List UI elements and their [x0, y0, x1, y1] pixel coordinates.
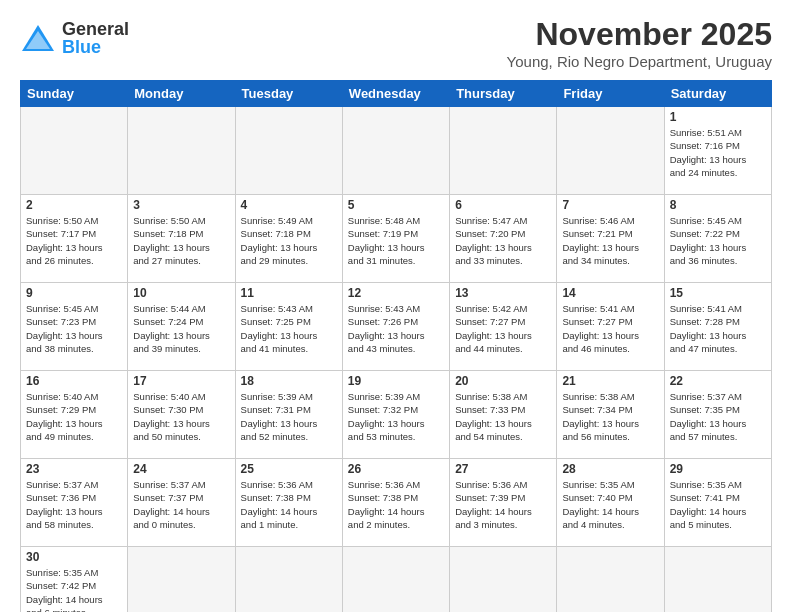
calendar-cell: 14Sunrise: 5:41 AM Sunset: 7:27 PM Dayli…: [557, 283, 664, 371]
calendar-cell: 19Sunrise: 5:39 AM Sunset: 7:32 PM Dayli…: [342, 371, 449, 459]
day-number: 16: [26, 374, 122, 388]
day-number: 23: [26, 462, 122, 476]
calendar-cell: 7Sunrise: 5:46 AM Sunset: 7:21 PM Daylig…: [557, 195, 664, 283]
calendar-week-row: 2Sunrise: 5:50 AM Sunset: 7:17 PM Daylig…: [21, 195, 772, 283]
day-number: 15: [670, 286, 766, 300]
day-info: Sunrise: 5:40 AM Sunset: 7:29 PM Dayligh…: [26, 390, 122, 443]
weekday-header-cell: Thursday: [450, 81, 557, 107]
day-number: 18: [241, 374, 337, 388]
day-number: 2: [26, 198, 122, 212]
day-info: Sunrise: 5:37 AM Sunset: 7:36 PM Dayligh…: [26, 478, 122, 531]
day-info: Sunrise: 5:41 AM Sunset: 7:28 PM Dayligh…: [670, 302, 766, 355]
day-info: Sunrise: 5:40 AM Sunset: 7:30 PM Dayligh…: [133, 390, 229, 443]
day-number: 28: [562, 462, 658, 476]
day-number: 20: [455, 374, 551, 388]
day-number: 11: [241, 286, 337, 300]
calendar-cell: 30Sunrise: 5:35 AM Sunset: 7:42 PM Dayli…: [21, 547, 128, 613]
calendar-cell: 22Sunrise: 5:37 AM Sunset: 7:35 PM Dayli…: [664, 371, 771, 459]
calendar-cell: [450, 107, 557, 195]
day-info: Sunrise: 5:42 AM Sunset: 7:27 PM Dayligh…: [455, 302, 551, 355]
day-info: Sunrise: 5:36 AM Sunset: 7:38 PM Dayligh…: [241, 478, 337, 531]
logo-icon: [20, 23, 56, 53]
day-number: 17: [133, 374, 229, 388]
calendar-cell: 3Sunrise: 5:50 AM Sunset: 7:18 PM Daylig…: [128, 195, 235, 283]
calendar-cell: [235, 547, 342, 613]
logo-text: General Blue: [62, 20, 129, 56]
title-area: November 2025 Young, Rio Negro Departmen…: [507, 16, 772, 70]
day-number: 25: [241, 462, 337, 476]
logo: General Blue: [20, 20, 129, 56]
calendar-cell: 26Sunrise: 5:36 AM Sunset: 7:38 PM Dayli…: [342, 459, 449, 547]
calendar-week-row: 30Sunrise: 5:35 AM Sunset: 7:42 PM Dayli…: [21, 547, 772, 613]
weekday-header-cell: Tuesday: [235, 81, 342, 107]
day-info: Sunrise: 5:35 AM Sunset: 7:41 PM Dayligh…: [670, 478, 766, 531]
calendar-cell: 4Sunrise: 5:49 AM Sunset: 7:18 PM Daylig…: [235, 195, 342, 283]
day-number: 9: [26, 286, 122, 300]
day-number: 5: [348, 198, 444, 212]
day-info: Sunrise: 5:41 AM Sunset: 7:27 PM Dayligh…: [562, 302, 658, 355]
day-number: 14: [562, 286, 658, 300]
logo-general-text: General: [62, 20, 129, 38]
calendar-week-row: 23Sunrise: 5:37 AM Sunset: 7:36 PM Dayli…: [21, 459, 772, 547]
day-info: Sunrise: 5:36 AM Sunset: 7:39 PM Dayligh…: [455, 478, 551, 531]
day-number: 22: [670, 374, 766, 388]
day-number: 1: [670, 110, 766, 124]
day-number: 19: [348, 374, 444, 388]
calendar-cell: [557, 107, 664, 195]
calendar-cell: [235, 107, 342, 195]
day-info: Sunrise: 5:35 AM Sunset: 7:42 PM Dayligh…: [26, 566, 122, 612]
weekday-header-cell: Friday: [557, 81, 664, 107]
day-info: Sunrise: 5:46 AM Sunset: 7:21 PM Dayligh…: [562, 214, 658, 267]
day-number: 21: [562, 374, 658, 388]
day-info: Sunrise: 5:43 AM Sunset: 7:26 PM Dayligh…: [348, 302, 444, 355]
day-number: 6: [455, 198, 551, 212]
calendar-table: SundayMondayTuesdayWednesdayThursdayFrid…: [20, 80, 772, 612]
calendar-cell: 9Sunrise: 5:45 AM Sunset: 7:23 PM Daylig…: [21, 283, 128, 371]
weekday-header-cell: Saturday: [664, 81, 771, 107]
calendar-cell: 8Sunrise: 5:45 AM Sunset: 7:22 PM Daylig…: [664, 195, 771, 283]
day-info: Sunrise: 5:45 AM Sunset: 7:22 PM Dayligh…: [670, 214, 766, 267]
day-info: Sunrise: 5:50 AM Sunset: 7:17 PM Dayligh…: [26, 214, 122, 267]
day-info: Sunrise: 5:37 AM Sunset: 7:37 PM Dayligh…: [133, 478, 229, 531]
day-number: 4: [241, 198, 337, 212]
calendar-week-row: 9Sunrise: 5:45 AM Sunset: 7:23 PM Daylig…: [21, 283, 772, 371]
day-number: 26: [348, 462, 444, 476]
day-info: Sunrise: 5:51 AM Sunset: 7:16 PM Dayligh…: [670, 126, 766, 179]
calendar-cell: 6Sunrise: 5:47 AM Sunset: 7:20 PM Daylig…: [450, 195, 557, 283]
calendar-cell: 11Sunrise: 5:43 AM Sunset: 7:25 PM Dayli…: [235, 283, 342, 371]
day-info: Sunrise: 5:47 AM Sunset: 7:20 PM Dayligh…: [455, 214, 551, 267]
calendar-cell: 21Sunrise: 5:38 AM Sunset: 7:34 PM Dayli…: [557, 371, 664, 459]
calendar-cell: [342, 107, 449, 195]
calendar-cell: 24Sunrise: 5:37 AM Sunset: 7:37 PM Dayli…: [128, 459, 235, 547]
weekday-header-row: SundayMondayTuesdayWednesdayThursdayFrid…: [21, 81, 772, 107]
calendar-cell: 17Sunrise: 5:40 AM Sunset: 7:30 PM Dayli…: [128, 371, 235, 459]
day-number: 12: [348, 286, 444, 300]
calendar-cell: 23Sunrise: 5:37 AM Sunset: 7:36 PM Dayli…: [21, 459, 128, 547]
calendar-cell: 15Sunrise: 5:41 AM Sunset: 7:28 PM Dayli…: [664, 283, 771, 371]
day-number: 29: [670, 462, 766, 476]
day-info: Sunrise: 5:48 AM Sunset: 7:19 PM Dayligh…: [348, 214, 444, 267]
day-info: Sunrise: 5:38 AM Sunset: 7:33 PM Dayligh…: [455, 390, 551, 443]
calendar-cell: 2Sunrise: 5:50 AM Sunset: 7:17 PM Daylig…: [21, 195, 128, 283]
day-number: 7: [562, 198, 658, 212]
day-number: 3: [133, 198, 229, 212]
calendar-week-row: 1Sunrise: 5:51 AM Sunset: 7:16 PM Daylig…: [21, 107, 772, 195]
weekday-header-cell: Monday: [128, 81, 235, 107]
calendar-cell: [450, 547, 557, 613]
calendar-cell: 28Sunrise: 5:35 AM Sunset: 7:40 PM Dayli…: [557, 459, 664, 547]
day-info: Sunrise: 5:36 AM Sunset: 7:38 PM Dayligh…: [348, 478, 444, 531]
calendar-cell: [128, 547, 235, 613]
day-number: 10: [133, 286, 229, 300]
day-info: Sunrise: 5:49 AM Sunset: 7:18 PM Dayligh…: [241, 214, 337, 267]
day-number: 8: [670, 198, 766, 212]
weekday-header-cell: Wednesday: [342, 81, 449, 107]
calendar-cell: 20Sunrise: 5:38 AM Sunset: 7:33 PM Dayli…: [450, 371, 557, 459]
day-info: Sunrise: 5:39 AM Sunset: 7:31 PM Dayligh…: [241, 390, 337, 443]
calendar-cell: [557, 547, 664, 613]
calendar-body: 1Sunrise: 5:51 AM Sunset: 7:16 PM Daylig…: [21, 107, 772, 613]
calendar-cell: 25Sunrise: 5:36 AM Sunset: 7:38 PM Dayli…: [235, 459, 342, 547]
header: General Blue November 2025 Young, Rio Ne…: [20, 16, 772, 70]
day-info: Sunrise: 5:39 AM Sunset: 7:32 PM Dayligh…: [348, 390, 444, 443]
day-number: 13: [455, 286, 551, 300]
weekday-header-cell: Sunday: [21, 81, 128, 107]
